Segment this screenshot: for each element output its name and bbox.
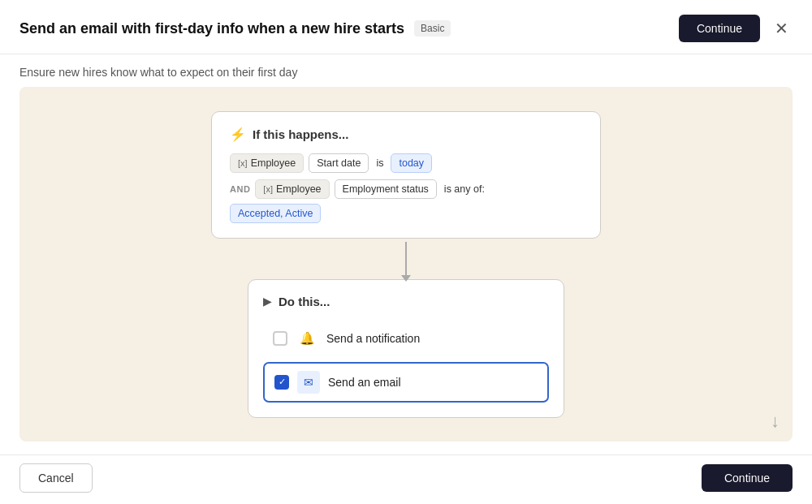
notification-label: Send a notification	[326, 332, 420, 345]
header-left: Send an email with first-day info when a…	[19, 20, 451, 37]
condition-row-2: AND [x] Employee Employment status is an…	[230, 179, 582, 223]
condition-row-1: [x] Employee Start date is today	[230, 153, 582, 173]
subtitle: Ensure new hires know what to expect on …	[0, 54, 812, 87]
notification-checkbox[interactable]	[273, 331, 287, 346]
cancel-button[interactable]: Cancel	[19, 463, 93, 493]
entity-label-2: Employee	[276, 183, 322, 195]
action-title: Do this...	[279, 295, 330, 308]
entity-tag-2: [x] Employee	[255, 179, 329, 199]
modal-footer: Cancel Continue	[0, 454, 812, 504]
operator-tag-2: is any of:	[442, 180, 487, 198]
action-item-email[interactable]: ✓ ✉ Send an email	[263, 362, 549, 403]
entity-icon-1: [x]	[238, 158, 248, 168]
flow-canvas: ⚡ If this happens... [x] Employee Start …	[19, 87, 793, 442]
email-checkbox[interactable]: ✓	[274, 375, 289, 390]
modal-title: Send an email with first-day info when a…	[19, 20, 404, 37]
email-icon: ✉	[297, 371, 320, 394]
modal-header: Send an email with first-day info when a…	[0, 0, 812, 54]
value-tag-1: today	[391, 153, 432, 173]
trigger-title: If this happens...	[253, 127, 348, 141]
field-tag-2: Employment status	[335, 179, 437, 199]
value-tag-2: Accepted, Active	[230, 204, 321, 223]
flow-diagram: ⚡ If this happens... [x] Employee Start …	[211, 111, 601, 418]
trigger-card: ⚡ If this happens... [x] Employee Start …	[211, 111, 601, 239]
play-icon: ▶	[263, 295, 272, 308]
bell-icon: 🔔	[296, 327, 318, 350]
badge: Basic	[414, 20, 451, 37]
trigger-card-header: ⚡ If this happens...	[230, 127, 582, 142]
entity-tag-1: [x] Employee	[230, 153, 304, 173]
header-continue-button[interactable]: Continue	[679, 15, 760, 42]
action-items-list: 🔔 Send a notification ✓ ✉ Send an email	[263, 320, 549, 403]
and-label: AND	[230, 184, 250, 194]
action-card-header: ▶ Do this...	[263, 295, 549, 308]
flow-connector	[405, 242, 407, 276]
continue-button[interactable]: Continue	[702, 464, 793, 492]
lightning-icon: ⚡	[230, 127, 246, 142]
entity-icon-2: [x]	[263, 184, 273, 194]
header-actions: Continue ✕	[679, 15, 793, 42]
bottom-arrow-icon: ↓	[771, 411, 780, 432]
action-card: ▶ Do this... 🔔 Send a notification ✓ ✉ S…	[248, 279, 564, 418]
email-label: Send an email	[328, 376, 401, 389]
field-tag-1: Start date	[309, 153, 369, 173]
operator-tag-1: is	[374, 154, 386, 172]
action-item-notification[interactable]: 🔔 Send a notification	[263, 320, 549, 357]
entity-label-1: Employee	[251, 157, 296, 169]
close-button[interactable]: ✕	[770, 17, 793, 40]
